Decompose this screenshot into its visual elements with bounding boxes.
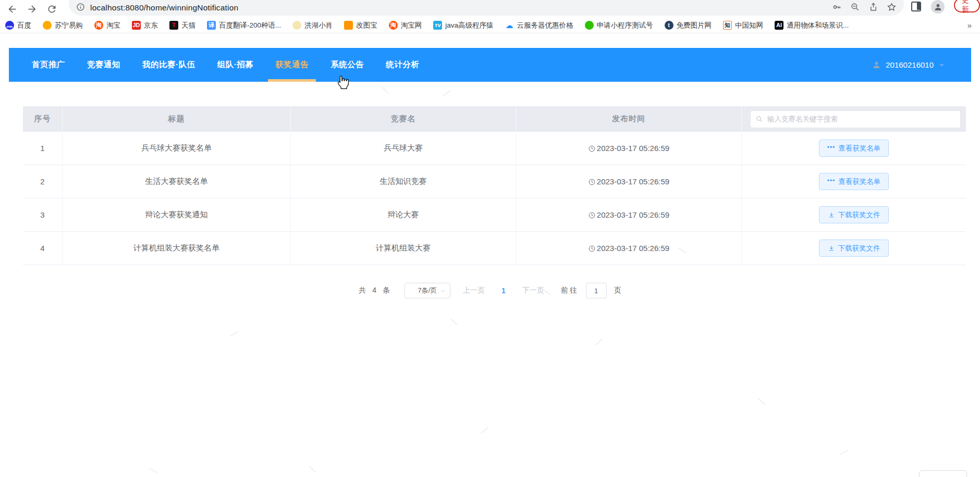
- goto-label: 前往: [561, 286, 579, 295]
- decor-mark: [758, 398, 766, 405]
- bookmark-star-icon[interactable]: [887, 2, 897, 14]
- bottom-right-widget: [919, 470, 967, 477]
- bookmark-item[interactable]: ᴛᴠjava高级程序猿: [433, 21, 493, 30]
- action-cell: 下载获奖文件: [742, 198, 966, 231]
- row-index: 4: [23, 232, 63, 265]
- bookmark-item[interactable]: 译百度翻译-200种语...: [207, 21, 281, 30]
- bookmark-favicon: 淘: [94, 21, 103, 30]
- action-cell: •••查看获奖名单: [742, 132, 966, 165]
- bookmark-label: 洪湖小肖: [304, 21, 333, 30]
- page-size-select[interactable]: 7条/页: [405, 283, 450, 298]
- column-header: 标题: [63, 106, 291, 132]
- bookmark-item[interactable]: 淘淘宝: [94, 21, 120, 30]
- decor-mark: [150, 468, 158, 474]
- nav-item-3[interactable]: 我的比赛·队伍: [135, 48, 203, 82]
- column-header: 发布时间: [516, 106, 742, 132]
- nav-item-4[interactable]: 组队·招募: [210, 48, 261, 82]
- nav-item-1[interactable]: 首页推广: [24, 48, 72, 82]
- nav-item-7[interactable]: 统计分析: [378, 48, 426, 82]
- profile-avatar[interactable]: [931, 0, 945, 14]
- column-header: 竞赛名: [291, 106, 516, 132]
- bookmark-favicon: 知: [723, 21, 732, 30]
- row-index: 1: [23, 132, 63, 165]
- browser-window: localhost:8080/home/winningNotification: [0, 0, 980, 477]
- bookmark-favicon: [585, 21, 594, 30]
- column-header: 序号: [23, 106, 63, 132]
- bookmark-item[interactable]: JD京东: [132, 21, 158, 30]
- bookmark-label: 中国知网: [735, 21, 763, 30]
- competition-name: 生活知识竞赛: [291, 165, 516, 198]
- clock-icon: [588, 145, 596, 153]
- bookmark-item[interactable]: 改图宝: [344, 21, 377, 30]
- bookmark-item[interactable]: 申请小程序测试号: [585, 21, 653, 30]
- user-menu[interactable]: 20160216010: [872, 48, 945, 82]
- view-award-list-button[interactable]: •••查看获奖名单: [819, 140, 889, 157]
- publish-time: 2023-03-17 05:26:59: [516, 132, 742, 165]
- bookmark-item[interactable]: ☁云服务器优惠价格: [505, 21, 573, 30]
- url-bar[interactable]: localhost:8080/home/winningNotification: [69, 0, 904, 16]
- bookmark-item[interactable]: T天猫: [169, 21, 195, 30]
- decor-mark: [480, 427, 488, 434]
- download-award-file-button[interactable]: 下载获奖文件: [819, 240, 889, 257]
- browser-update-button[interactable]: 更新: [954, 0, 980, 12]
- action-button-label: 下载获奖文件: [838, 210, 880, 220]
- total-count-text: 共 4 条: [359, 286, 392, 295]
- view-award-list-button[interactable]: •••查看获奖名单: [819, 173, 889, 190]
- password-key-icon[interactable]: [832, 2, 842, 14]
- app-navbar: 首页推广竞赛通知我的比赛·队伍组队·招募获奖通告系统公告统计分析 2016021…: [9, 48, 971, 82]
- bookmark-label: 云服务器优惠价格: [517, 21, 573, 30]
- download-icon: [828, 211, 835, 219]
- decor-mark: [309, 466, 316, 473]
- bookmark-favicon: [43, 21, 52, 30]
- nav-item-5[interactable]: 获奖通告: [268, 48, 316, 82]
- bookmark-item[interactable]: 淘淘宝网: [389, 21, 422, 30]
- search-box: [750, 110, 961, 128]
- publish-time-text: 2023-03-17 05:26:59: [597, 177, 669, 186]
- nav-items: 首页推广竞赛通知我的比赛·队伍组队·招募获奖通告系统公告统计分析: [24, 48, 426, 82]
- decor-mark: [443, 90, 451, 96]
- search-input[interactable]: [750, 110, 961, 128]
- table-header-row: 序号标题竞赛名发布时间: [23, 106, 966, 132]
- row-index: 2: [23, 165, 63, 198]
- download-award-file-button[interactable]: 下载获奖文件: [819, 206, 889, 223]
- bookmarks-bar: 灬百度苏宁易购淘淘宝JD京东T天猫译百度翻译-200种语...洪湖小肖改图宝淘淘…: [0, 18, 980, 33]
- bookmark-label: 百度翻译-200种语...: [219, 21, 281, 30]
- share-icon[interactable]: [868, 2, 878, 14]
- select-chevron-icon: [440, 288, 446, 294]
- ellipsis-icon: •••: [827, 177, 836, 184]
- prev-page-button[interactable]: 上一页: [458, 286, 490, 295]
- action-cell: •••查看获奖名单: [742, 165, 966, 198]
- current-page-number[interactable]: 1: [497, 286, 510, 295]
- goto-page-input[interactable]: [586, 283, 607, 298]
- decor-mark: [595, 338, 603, 346]
- zoom-out-icon[interactable]: [850, 2, 860, 14]
- publish-time-text: 2023-03-17 05:26:59: [597, 210, 669, 219]
- bookmark-item[interactable]: 洪湖小肖: [292, 21, 333, 30]
- url-text[interactable]: localhost:8080/home/winningNotification: [90, 3, 238, 12]
- bookmark-item[interactable]: t免费图片网: [665, 21, 712, 30]
- forward-button[interactable]: [24, 1, 40, 17]
- back-button[interactable]: [4, 1, 20, 17]
- decor-mark: [450, 318, 458, 325]
- bookmark-item[interactable]: 灬百度: [5, 21, 31, 30]
- site-info-icon[interactable]: [76, 3, 85, 14]
- user-icon: [872, 60, 881, 69]
- side-panel-icon[interactable]: [911, 2, 921, 11]
- table-row: 1兵乓球大赛获奖名单兵乓球大赛2023-03-17 05:26:59•••查看获…: [23, 132, 966, 165]
- action-button-label: 查看获奖名单: [838, 144, 880, 153]
- nav-item-2[interactable]: 竞赛通知: [80, 48, 128, 82]
- bookmark-label: 京东: [144, 21, 158, 30]
- nav-item-6[interactable]: 系统公告: [323, 48, 371, 82]
- chevron-down-icon: [938, 61, 945, 68]
- bookmark-favicon: t: [665, 21, 673, 30]
- refresh-button[interactable]: [44, 1, 59, 17]
- bookmark-item[interactable]: 知中国知网: [723, 21, 763, 30]
- clock-icon: [588, 245, 596, 253]
- bookmarks-overflow-icon[interactable]: »: [964, 21, 975, 30]
- bookmark-item[interactable]: 苏宁易购: [43, 21, 83, 30]
- table-body: 1兵乓球大赛获奖名单兵乓球大赛2023-03-17 05:26:59•••查看获…: [23, 132, 966, 265]
- bookmark-item[interactable]: AI通用物体和场景识...: [775, 21, 849, 30]
- clock-icon: [588, 211, 596, 219]
- bookmark-label: 淘宝网: [401, 21, 422, 30]
- bookmark-label: 免费图片网: [677, 21, 712, 30]
